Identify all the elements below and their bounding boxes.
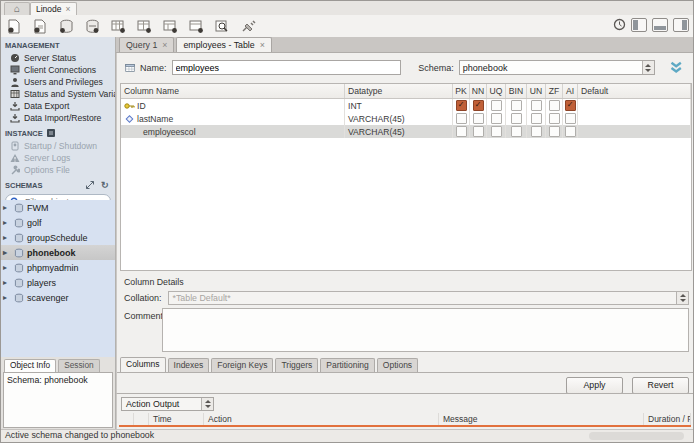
checkbox-uq[interactable]	[491, 113, 502, 124]
checkbox-zf[interactable]	[549, 113, 560, 124]
close-icon[interactable]: ×	[162, 39, 167, 52]
tab-indexes[interactable]: Indexes	[168, 358, 210, 372]
tab-columns[interactable]: Columns	[120, 357, 166, 372]
new-schema-icon[interactable]	[58, 19, 75, 34]
object-info-panel: Object Info Session Schema: phonebook	[1, 357, 115, 430]
checkbox-pk[interactable]	[456, 113, 467, 124]
sidebar-item-system-variables[interactable]: Status and System Variables	[1, 88, 115, 100]
spinner-icon[interactable]	[676, 292, 688, 304]
sidebar-item-startup-shutdown[interactable]: Startup / Shutdown	[1, 140, 115, 152]
sidebar-item-client-connections[interactable]: Client Connections	[1, 64, 115, 76]
home-tab[interactable]	[4, 2, 30, 15]
checkbox-pk[interactable]: ✓	[456, 100, 467, 111]
checkbox-uq[interactable]	[491, 126, 502, 137]
new-view-icon[interactable]	[136, 19, 153, 34]
new-table-icon[interactable]	[110, 19, 127, 34]
schema-dropdown[interactable]: phonebook	[459, 60, 655, 75]
checkbox-nn[interactable]	[473, 113, 484, 124]
spinner-icon[interactable]	[642, 61, 654, 74]
checkbox-bin[interactable]	[511, 100, 522, 111]
schema-item-golf[interactable]: golf	[1, 215, 115, 230]
checkbox-bin[interactable]	[511, 113, 522, 124]
tab-query-1[interactable]: Query 1 ×	[119, 37, 174, 52]
name-label: Name:	[140, 63, 167, 73]
checkbox-zf[interactable]	[549, 100, 560, 111]
checkbox-nn[interactable]: ✓	[473, 100, 484, 111]
status-bar: Active schema changed to phonebook	[1, 429, 693, 442]
table-name-input[interactable]	[172, 60, 402, 75]
refresh-icon[interactable]	[101, 180, 111, 190]
sidebar-item-users-privileges[interactable]: Users and Privileges	[1, 76, 115, 88]
toggle-left-panel-icon[interactable]	[631, 18, 647, 32]
new-database-object-icon[interactable]	[84, 19, 101, 34]
spinner-icon[interactable]	[201, 398, 213, 410]
schema-icon	[14, 263, 24, 273]
window-tab-bar: Linode ×	[1, 1, 693, 16]
expander-icon[interactable]	[3, 234, 11, 242]
collation-dropdown[interactable]: *Table Default*	[168, 291, 689, 305]
reconnect-server-icon[interactable]	[240, 19, 257, 34]
column-row-id[interactable]: ID INT ✓ ✓ ✓	[121, 99, 691, 112]
expander-icon[interactable]	[3, 204, 11, 212]
close-icon[interactable]: ×	[260, 39, 265, 52]
checkbox-ai[interactable]: ✓	[565, 100, 576, 111]
checkbox-ai[interactable]	[565, 113, 576, 124]
tab-object-info[interactable]: Object Info	[4, 359, 56, 372]
expander-icon[interactable]	[3, 249, 11, 257]
expander-icon[interactable]	[3, 294, 11, 302]
schema-item-phonebook[interactable]: phonebook	[1, 245, 115, 260]
schema-item-fwm[interactable]: FWM	[1, 200, 115, 215]
toggle-bottom-panel-icon[interactable]	[652, 18, 668, 32]
monitor-icon	[10, 65, 20, 75]
checkbox-un[interactable]	[531, 113, 542, 124]
sidebar-item-server-logs[interactable]: Server Logs	[1, 152, 115, 164]
close-icon[interactable]: ×	[66, 4, 71, 15]
schema-item-groupschedule[interactable]: groupSchedule	[1, 230, 115, 245]
comment-textarea[interactable]	[162, 308, 689, 352]
sidebar-item-data-import[interactable]: Data Import/Restore	[1, 112, 115, 124]
checkbox-ai[interactable]	[565, 126, 576, 137]
sidebar-item-data-export[interactable]: Data Export	[1, 100, 115, 112]
checkbox-zf[interactable]	[549, 126, 560, 137]
collapse-header-icon[interactable]	[668, 61, 685, 75]
expander-icon[interactable]	[3, 264, 11, 272]
tab-triggers[interactable]: Triggers	[275, 358, 318, 372]
expand-panel-icon[interactable]	[85, 180, 95, 190]
expander-icon[interactable]	[3, 279, 11, 287]
new-function-icon[interactable]	[188, 19, 205, 34]
checkbox-bin[interactable]	[511, 126, 522, 137]
tab-session[interactable]: Session	[58, 359, 100, 372]
new-sql-tab-icon[interactable]	[6, 19, 23, 34]
mysql-workbench-window: Linode × MANAGEMENT Server Status Client	[0, 0, 694, 443]
schema-icon	[14, 278, 24, 288]
timer-icon[interactable]	[613, 17, 626, 32]
column-row-employeescol[interactable]: employeescol VARCHAR(45)	[121, 125, 691, 138]
tab-employees-table[interactable]: employees - Table ×	[176, 37, 271, 52]
checkbox-un[interactable]	[531, 126, 542, 137]
tab-options[interactable]: Options	[377, 358, 418, 372]
object-info-content: Schema: phonebook	[3, 372, 113, 428]
schema-item-phpmyadmin[interactable]: phpmyadmin	[1, 260, 115, 275]
open-sql-script-icon[interactable]	[32, 19, 49, 34]
checkbox-pk[interactable]	[456, 126, 467, 137]
checkbox-uq[interactable]	[491, 100, 502, 111]
new-procedure-icon[interactable]	[162, 19, 179, 34]
connection-tab-linode[interactable]: Linode ×	[30, 2, 77, 15]
checkbox-nn[interactable]	[473, 126, 484, 137]
tab-partitioning[interactable]: Partitioning	[320, 358, 375, 372]
revert-button[interactable]: Revert	[632, 377, 689, 394]
schema-item-scavenger[interactable]: scavenger	[1, 290, 115, 305]
schema-tree: FWM golf groupSchedule phonebook phpmyad…	[1, 200, 115, 357]
search-objects-icon[interactable]	[214, 19, 231, 34]
checkbox-un[interactable]	[531, 100, 542, 111]
tab-foreign-keys[interactable]: Foreign Keys	[211, 358, 273, 372]
sidebar-item-options-file[interactable]: Options File	[1, 164, 115, 176]
toggle-right-panel-icon[interactable]	[673, 18, 689, 32]
schema-item-players[interactable]: players	[1, 275, 115, 290]
column-row-lastname[interactable]: lastName VARCHAR(45)	[121, 112, 691, 125]
output-selector[interactable]: Action Output	[121, 397, 214, 411]
expander-icon[interactable]	[3, 219, 11, 227]
sidebar-item-server-status[interactable]: Server Status	[1, 52, 115, 64]
apply-button[interactable]: Apply	[566, 377, 623, 394]
export-icon	[10, 101, 20, 111]
